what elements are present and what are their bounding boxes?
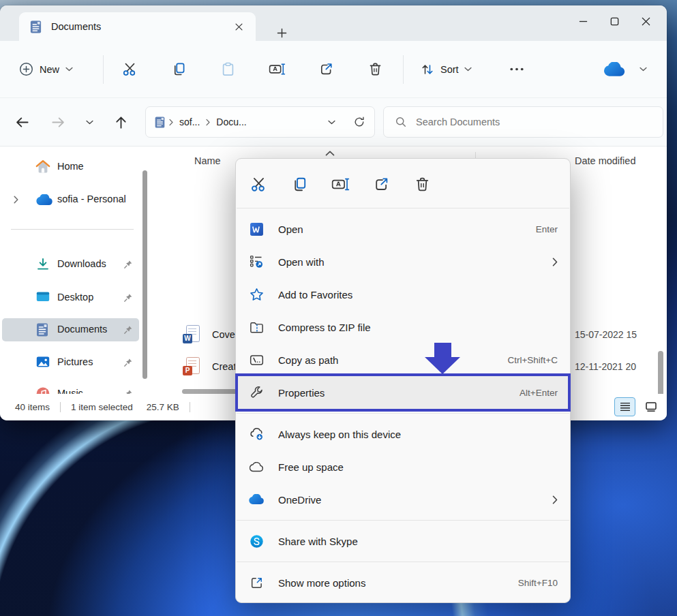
cut-button[interactable]	[245, 170, 272, 198]
chevron-down-icon	[86, 120, 93, 125]
onedrive-chevron-button[interactable]	[634, 61, 652, 78]
pin-icon	[123, 293, 133, 305]
paste-button[interactable]	[214, 56, 241, 83]
onedrive-cloud-icon	[35, 194, 53, 208]
menu-item-open-with[interactable]: Open with	[236, 245, 570, 278]
cut-button[interactable]	[116, 56, 143, 83]
minimize-icon	[578, 16, 588, 27]
chevron-right-icon	[552, 495, 558, 504]
rename-icon	[269, 61, 286, 77]
sidebar-item-onedrive-personal[interactable]: sofia - Personal	[2, 188, 139, 211]
list-view-icon	[619, 401, 631, 412]
menu-item-copy-as-path[interactable]: Copy as path Ctrl+Shift+C	[236, 343, 570, 376]
file-name: Creati	[212, 361, 239, 372]
menu-item-add-to-favorites[interactable]: Add to Favorites	[236, 278, 570, 311]
sidebar-item-label: Home	[57, 161, 84, 172]
desktop-icon	[35, 290, 50, 306]
copy-button[interactable]	[286, 170, 313, 198]
large-icons-view-button[interactable]	[640, 397, 661, 416]
sidebar-item-music[interactable]: Music	[2, 382, 139, 394]
word-app-icon	[248, 222, 265, 236]
status-divider	[60, 402, 61, 412]
column-header-date-modified[interactable]: Date modified	[575, 155, 635, 166]
address-bar[interactable]: sof... Docu...	[145, 106, 375, 138]
onedrive-cloud-icon	[603, 62, 626, 77]
details-view-button[interactable]	[614, 397, 635, 416]
sidebar-item-desktop[interactable]: Desktop	[2, 286, 139, 309]
menu-item-properties[interactable]: Properties Alt+Enter	[236, 376, 570, 409]
breadcrumb-user[interactable]: sof...	[177, 114, 202, 129]
menu-item-compress-to-zip[interactable]: Compress to ZIP file	[236, 311, 570, 343]
delete-button[interactable]	[408, 170, 436, 198]
onedrive-status-button[interactable]	[600, 57, 629, 82]
more-options-button[interactable]	[503, 56, 530, 83]
share-icon	[318, 61, 334, 77]
cut-icon	[122, 61, 138, 77]
menu-item-open[interactable]: Open Enter	[236, 213, 570, 245]
menu-item-free-up-space[interactable]: Free up space	[236, 450, 570, 483]
pin-icon	[123, 260, 133, 271]
sidebar-item-label: Desktop	[57, 292, 93, 303]
ellipsis-icon	[509, 67, 524, 72]
file-date-modified: 12-11-2021 20	[575, 361, 636, 372]
delete-button[interactable]	[361, 56, 389, 83]
vertical-scrollbar-thumb[interactable]	[658, 351, 663, 394]
sidebar-item-documents[interactable]: Documents	[2, 318, 139, 341]
new-tab-button[interactable]	[271, 23, 292, 42]
forward-button[interactable]	[46, 110, 70, 134]
sidebar-item-downloads[interactable]: Downloads	[2, 253, 139, 276]
sidebar-item-pictures[interactable]: Pictures	[2, 351, 139, 374]
new-button[interactable]: New	[12, 55, 95, 84]
back-button[interactable]	[10, 110, 33, 134]
share-button[interactable]	[367, 170, 395, 198]
expand-chevron-icon[interactable]	[14, 195, 18, 206]
minimize-button[interactable]	[567, 10, 599, 33]
search-input[interactable]	[416, 117, 620, 127]
breadcrumb-chevron-icon	[206, 119, 210, 126]
word-file-icon: W	[183, 325, 200, 344]
sidebar-item-home[interactable]: Home	[2, 155, 139, 179]
breadcrumb-chevron-icon	[169, 119, 173, 126]
sidebar-scrollbar-thumb[interactable]	[142, 170, 147, 379]
menu-item-always-keep-on-device[interactable]: Always keep on this device	[236, 418, 570, 450]
refresh-icon	[353, 116, 365, 128]
address-dropdown-button[interactable]	[322, 113, 340, 131]
menu-item-share-with-skype[interactable]: Share with Skype	[236, 525, 570, 557]
sort-button[interactable]: Sort	[415, 56, 487, 83]
rename-button[interactable]	[263, 56, 290, 83]
menu-divider	[237, 413, 569, 414]
menu-item-label: Free up space	[278, 461, 344, 473]
sort-button-label: Sort	[440, 64, 459, 75]
recent-locations-button[interactable]	[81, 114, 97, 130]
menu-item-onedrive[interactable]: OneDrive	[236, 483, 570, 516]
arrow-right-icon	[50, 114, 66, 130]
up-button[interactable]	[109, 110, 132, 134]
sidebar-item-label: sofia - Personal	[57, 194, 126, 204]
maximize-button[interactable]	[599, 10, 630, 33]
pictures-icon	[35, 355, 50, 371]
menu-divider	[237, 520, 569, 521]
rename-button[interactable]	[327, 170, 354, 198]
documents-icon	[29, 20, 42, 34]
rename-icon	[331, 176, 350, 193]
menu-item-label: Show more options	[278, 577, 365, 589]
breadcrumb-folder[interactable]: Docu...	[213, 114, 249, 129]
sort-icon	[420, 62, 435, 77]
menu-item-label: Copy as path	[278, 354, 338, 366]
refresh-button[interactable]	[350, 112, 369, 132]
close-button[interactable]	[630, 10, 661, 33]
cloud-download-icon	[248, 427, 265, 442]
search-box[interactable]	[383, 106, 663, 138]
copy-button[interactable]	[165, 56, 192, 83]
column-header-name[interactable]: Name	[194, 155, 221, 166]
menu-divider	[237, 208, 569, 209]
tab-close-button[interactable]	[230, 18, 247, 35]
tab-documents[interactable]: Documents	[19, 12, 256, 41]
share-button[interactable]	[312, 56, 340, 83]
menu-item-show-more-options[interactable]: Show more options Shift+F10	[236, 566, 570, 599]
plus-circle-icon	[19, 62, 33, 76]
menu-item-shortcut: Alt+Enter	[520, 388, 558, 398]
zip-folder-icon	[248, 320, 265, 335]
window-controls	[567, 10, 661, 33]
new-button-label: New	[40, 64, 59, 75]
